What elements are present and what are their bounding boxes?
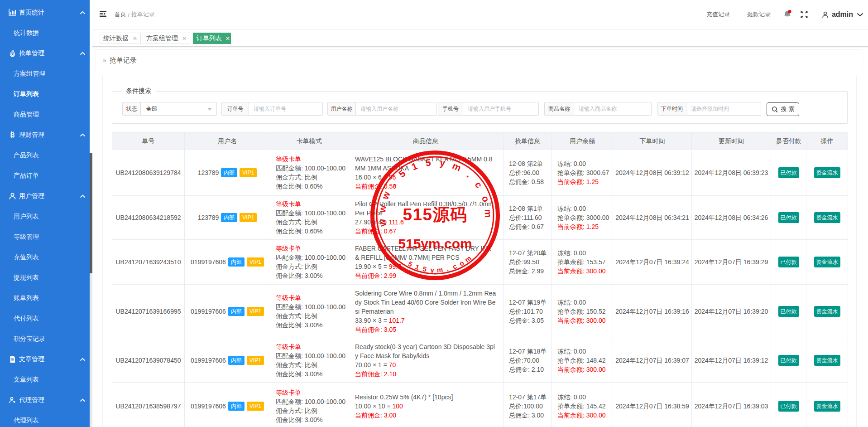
svg-text:5: 5 bbox=[425, 157, 432, 168]
svg-text:.: . bbox=[446, 265, 449, 273]
svg-text:.: . bbox=[388, 179, 398, 188]
svg-text:515ym.com: 515ym.com bbox=[398, 236, 472, 251]
svg-text:y: y bbox=[430, 266, 435, 274]
svg-text:w: w bbox=[377, 204, 388, 214]
svg-text:c: c bbox=[451, 262, 458, 271]
svg-text:w: w bbox=[377, 218, 388, 228]
svg-text:m: m bbox=[483, 209, 494, 218]
svg-text:5: 5 bbox=[397, 168, 408, 179]
svg-text:c: c bbox=[473, 180, 484, 190]
svg-text:m: m bbox=[463, 254, 473, 264]
svg-text:515源码: 515源码 bbox=[403, 205, 467, 224]
svg-text:1: 1 bbox=[410, 160, 419, 172]
svg-text:m: m bbox=[436, 266, 443, 274]
svg-text:w: w bbox=[379, 189, 392, 201]
svg-text:5: 5 bbox=[422, 265, 427, 273]
svg-text:.: . bbox=[465, 170, 474, 179]
svg-text:1: 1 bbox=[414, 263, 420, 272]
svg-text:o: o bbox=[480, 194, 492, 203]
svg-text:y: y bbox=[439, 157, 446, 168]
svg-text:5: 5 bbox=[407, 260, 414, 268]
